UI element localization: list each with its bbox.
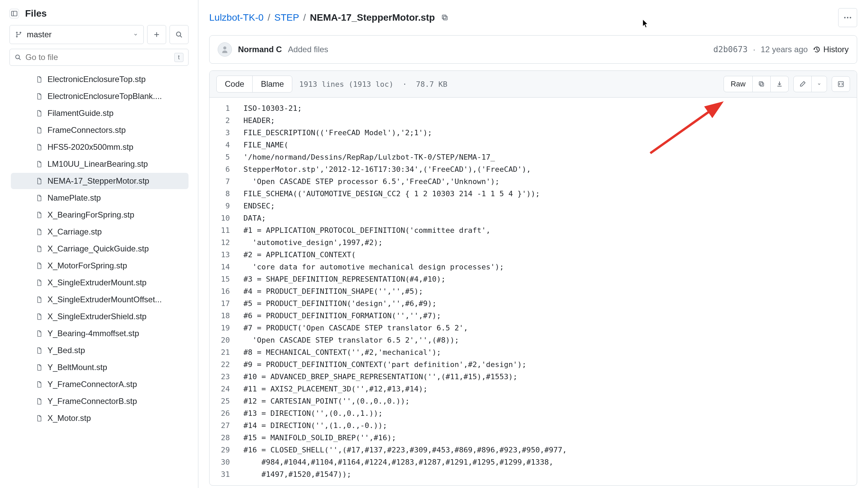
line-number[interactable]: 2 <box>210 115 240 127</box>
tree-item[interactable]: X_SingleExtruderMountOffset... <box>11 291 189 308</box>
line-number[interactable]: 26 <box>210 407 240 420</box>
edit-dropdown-button[interactable] <box>811 76 827 92</box>
code-line: #5 = PRODUCT_DEFINITION('design','',#6,#… <box>240 298 857 310</box>
line-number[interactable]: 21 <box>210 346 240 359</box>
more-actions-button[interactable] <box>838 8 857 27</box>
tree-item[interactable]: Y_BeltMount.stp <box>11 359 189 375</box>
tree-item[interactable]: LM10UU_LinearBearing.stp <box>11 156 189 172</box>
file-name: X_MotorForSpring.stp <box>47 261 127 270</box>
line-number[interactable]: 6 <box>210 163 240 176</box>
tree-item[interactable]: X_SingleExtruderShield.stp <box>11 308 189 325</box>
branch-selector[interactable]: master <box>9 25 144 44</box>
tree-item[interactable]: FilamentGuide.stp <box>11 105 189 121</box>
line-number[interactable]: 25 <box>210 395 240 407</box>
file-name: Y_Bearing-4mmoffset.stp <box>47 329 139 338</box>
file-filter-input-wrap[interactable]: t <box>9 49 189 66</box>
line-number[interactable]: 9 <box>210 200 240 212</box>
symbols-button[interactable] <box>832 76 850 92</box>
breadcrumb-folder[interactable]: STEP <box>274 12 299 23</box>
line-number[interactable]: 12 <box>210 237 240 249</box>
tree-item[interactable]: Y_Bearing-4mmoffset.stp <box>11 325 189 342</box>
code-line: #14 = DIRECTION('',(1.,0.,-0.)); <box>240 420 857 432</box>
line-number[interactable]: 20 <box>210 334 240 346</box>
line-number[interactable]: 22 <box>210 359 240 371</box>
file-name: X_Motor.stp <box>47 413 91 423</box>
file-name: ElectronicEnclosureTopBlank.... <box>47 92 162 101</box>
line-number[interactable]: 13 <box>210 249 240 261</box>
tree-item[interactable]: ElectronicEnclosureTopBlank.... <box>11 88 189 104</box>
tree-item[interactable]: Y_Bed.stp <box>11 342 189 359</box>
line-number[interactable]: 14 <box>210 261 240 273</box>
add-file-button[interactable] <box>147 25 166 44</box>
line-number[interactable]: 10 <box>210 212 240 224</box>
line-number[interactable]: 5 <box>210 151 240 163</box>
file-name: NamePlate.stp <box>47 193 101 203</box>
tree-item[interactable]: X_BearingForSpring.stp <box>11 207 189 223</box>
search-button[interactable] <box>170 25 189 44</box>
edit-button[interactable] <box>794 76 811 92</box>
line-number[interactable]: 19 <box>210 322 240 334</box>
tree-item[interactable]: Y_FrameConnectorB.stp <box>11 393 189 409</box>
svg-point-6 <box>16 55 19 59</box>
code-line: FILE_NAME( <box>240 139 857 151</box>
line-number[interactable]: 28 <box>210 432 240 444</box>
commit-message[interactable]: Added files <box>288 45 328 54</box>
tree-item[interactable]: NEMA-17_StepperMotor.stp <box>11 173 189 189</box>
line-number[interactable]: 24 <box>210 383 240 395</box>
tree-item[interactable]: ElectronicEnclosureTop.stp <box>11 71 189 87</box>
file-name: ElectronicEnclosureTop.stp <box>47 75 145 84</box>
sidebar-title: Files <box>25 8 47 19</box>
tree-item[interactable]: X_MotorForSpring.stp <box>11 258 189 274</box>
code-line: FILE_SCHEMA(('AUTOMOTIVE_DESIGN_CC2 { 1 … <box>240 188 857 200</box>
code-tab[interactable]: Code <box>217 76 252 92</box>
tree-item[interactable]: FrameConnectors.stp <box>11 122 189 138</box>
line-number[interactable]: 29 <box>210 444 240 456</box>
blame-tab[interactable]: Blame <box>252 76 292 92</box>
line-number[interactable]: 23 <box>210 371 240 383</box>
line-number[interactable]: 7 <box>210 176 240 188</box>
line-number[interactable]: 16 <box>210 285 240 298</box>
tree-item[interactable]: X_SingleExtruderMount.stp <box>11 274 189 291</box>
line-number[interactable]: 8 <box>210 188 240 200</box>
line-number[interactable]: 15 <box>210 273 240 285</box>
code-line: #12 = CARTESIAN_POINT('',(0.,0.,0.)); <box>240 395 857 407</box>
breadcrumb-root[interactable]: Lulzbot-TK-0 <box>209 12 263 23</box>
copy-path-button[interactable] <box>441 14 449 21</box>
line-number[interactable]: 17 <box>210 298 240 310</box>
commit-sha[interactable]: d2b0673 <box>713 45 748 54</box>
tree-item[interactable]: NamePlate.stp <box>11 190 189 206</box>
line-number[interactable]: 31 <box>210 468 240 481</box>
line-number[interactable]: 18 <box>210 310 240 322</box>
file-filter-input[interactable] <box>25 53 170 62</box>
file-stats: 1913 lines (1913 loc) · 78.7 KB <box>299 80 447 88</box>
tree-item[interactable]: X_Carriage_QuickGuide.stp <box>11 241 189 257</box>
tree-item[interactable]: X_Motor.stp <box>11 410 189 426</box>
breadcrumb-separator: / <box>303 12 306 23</box>
line-number[interactable]: 27 <box>210 420 240 432</box>
svg-point-12 <box>850 17 851 18</box>
line-number[interactable]: 11 <box>210 224 240 237</box>
panel-left-icon[interactable] <box>9 9 19 18</box>
svg-rect-13 <box>760 83 764 86</box>
code-line: 'core data for automotive mechanical des… <box>240 261 857 273</box>
file-name: NEMA-17_StepperMotor.stp <box>47 176 149 186</box>
code-line: #15 = MANIFOLD_SOLID_BREP('',#16); <box>240 432 857 444</box>
line-number[interactable]: 4 <box>210 139 240 151</box>
raw-button[interactable]: Raw <box>724 76 752 92</box>
download-button[interactable] <box>770 76 788 92</box>
tree-item[interactable]: X_Carriage.stp <box>11 224 189 240</box>
keyboard-shortcut: t <box>174 53 183 62</box>
avatar[interactable] <box>218 42 232 57</box>
svg-line-7 <box>19 58 20 60</box>
view-tabs: Code Blame <box>216 76 292 93</box>
line-number[interactable]: 1 <box>210 102 240 115</box>
code-lines[interactable]: ISO-10303-21;HEADER;FILE_DESCRIPTION(('F… <box>240 98 857 485</box>
svg-point-4 <box>176 32 180 36</box>
commit-author[interactable]: Normand C <box>238 45 282 54</box>
tree-item[interactable]: HFS5-2020x500mm.stp <box>11 139 189 155</box>
history-link[interactable]: History <box>813 45 849 54</box>
copy-button[interactable] <box>752 76 770 92</box>
line-number[interactable]: 3 <box>210 127 240 139</box>
line-number[interactable]: 30 <box>210 456 240 468</box>
tree-item[interactable]: Y_FrameConnectorA.stp <box>11 376 189 392</box>
